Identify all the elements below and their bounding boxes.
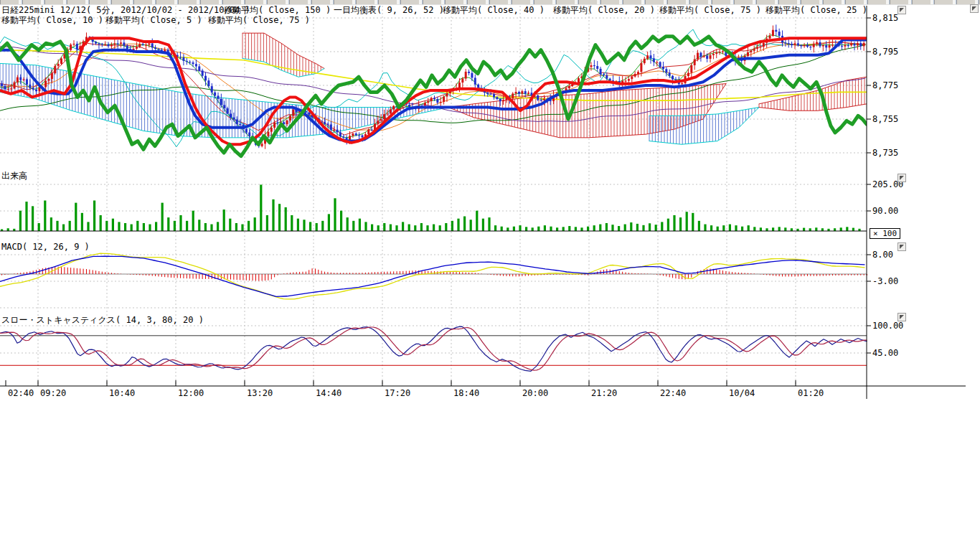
chart-legend-row1: 日経225mini 12/12( 5分, 2012/10/02 - 2012/1… <box>0 6 868 16</box>
legend-item: 日経225mini 12/12( 5分, 2012/10/02 - 2012/1… <box>1 6 250 15</box>
macd-pane-collapse-icon[interactable] <box>897 242 906 251</box>
legend-item: 移動平均( Close, 150 ) <box>224 6 331 15</box>
svg-text:8,735: 8,735 <box>872 148 898 158</box>
legend-item: 移動平均( Close, 5 ) <box>105 16 202 25</box>
legend-item: 移動平均( Close, 10 ) <box>1 16 103 25</box>
stochastics-pane-collapse-icon[interactable] <box>897 313 906 321</box>
volume-pane-collapse-icon[interactable] <box>897 174 906 182</box>
svg-text:13:20: 13:20 <box>247 388 273 398</box>
svg-text:14:40: 14:40 <box>316 388 341 398</box>
volume-pane-label: 出来高 <box>1 171 27 181</box>
svg-text:90.00: 90.00 <box>872 206 898 216</box>
trading-chart-window: 8,8158,7958,7758,7558,735205.0090.008.00… <box>0 0 980 551</box>
svg-text:8,795: 8,795 <box>872 47 898 57</box>
legend-item: 一目均衡表( 9, 26, 52 ) <box>334 6 444 15</box>
legend-item: 移動平均( Close, 40 ) <box>443 6 545 15</box>
chart-legend-row2: 移動平均( Close, 10 )移動平均( Close, 5 )移動平均( C… <box>0 16 868 26</box>
svg-text:21:20: 21:20 <box>591 388 617 398</box>
svg-text:10:40: 10:40 <box>109 388 135 398</box>
svg-text:8,755: 8,755 <box>872 114 898 124</box>
legend-item: 移動平均( Close, 75 ) <box>659 6 761 15</box>
stochastics-pane-label: スロー・ストキャスティクス( 14, 3, 80, 20 ) <box>1 316 204 325</box>
svg-text:8,815: 8,815 <box>872 13 898 23</box>
svg-text:-3.00: -3.00 <box>872 276 898 286</box>
macd-pane <box>0 253 867 299</box>
svg-text:100.00: 100.00 <box>872 321 903 331</box>
svg-text:02:40: 02:40 <box>8 388 34 398</box>
chart-area[interactable]: 8,8158,7958,7758,7558,735205.0090.008.00… <box>0 0 980 416</box>
price-pane-collapse-icon[interactable] <box>897 6 906 14</box>
svg-text:8.00: 8.00 <box>872 250 893 260</box>
candlesticks <box>1 24 865 149</box>
svg-text:12:00: 12:00 <box>178 388 204 398</box>
svg-text:01:20: 01:20 <box>798 388 824 398</box>
svg-text:20:00: 20:00 <box>522 388 548 398</box>
legend-item: 移動平均( Close, 20 ) <box>553 6 655 15</box>
stochastics-pane <box>0 326 867 371</box>
volume-bars <box>0 184 867 231</box>
volume-multiplier-badge: × 100 <box>870 228 900 239</box>
svg-text:17:20: 17:20 <box>385 388 410 398</box>
legend-item: 移動平均( Close, 75 ) <box>208 16 310 25</box>
svg-text:45.00: 45.00 <box>872 348 898 358</box>
svg-text:18:40: 18:40 <box>453 388 479 398</box>
macd-pane-label: MACD( 12, 26, 9 ) <box>1 242 90 252</box>
svg-text:10/04: 10/04 <box>729 388 755 398</box>
svg-text:22:40: 22:40 <box>660 388 686 398</box>
svg-text:8,775: 8,775 <box>872 80 898 90</box>
svg-text:09:20: 09:20 <box>40 388 66 398</box>
legend-item: 移動平均( Close, 25 ) <box>765 6 867 15</box>
window-corner-icon[interactable] <box>970 4 979 13</box>
